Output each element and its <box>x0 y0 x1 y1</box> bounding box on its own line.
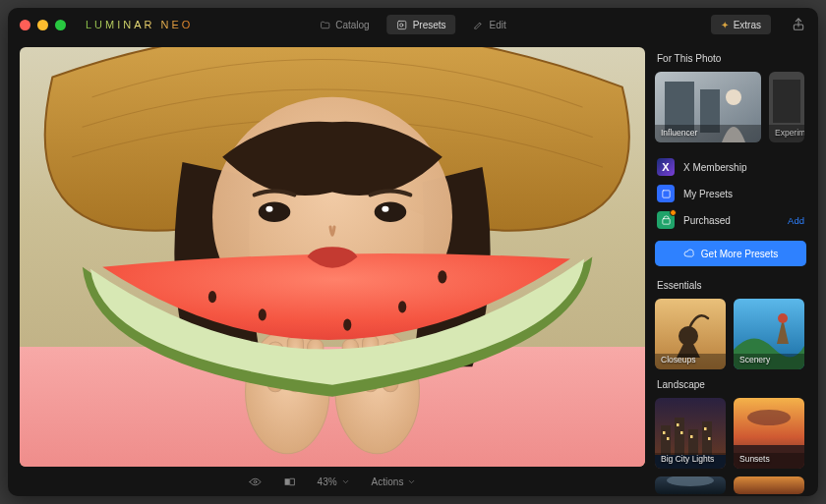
svg-point-1 <box>400 23 403 26</box>
svg-point-21 <box>398 301 406 312</box>
my-presets-icon <box>657 185 675 202</box>
toggle-preview-button[interactable] <box>249 476 262 488</box>
preset-thumb-influencer[interactable]: Influencer <box>655 72 761 142</box>
actions-label: Actions <box>372 476 404 487</box>
x-membership-icon: X <box>657 158 675 176</box>
extras-label: Extras <box>734 20 761 30</box>
preset-thumb-partial-2[interactable] <box>734 476 804 494</box>
svg-point-6 <box>259 202 291 222</box>
svg-point-18 <box>208 291 216 303</box>
svg-point-7 <box>375 202 407 222</box>
forthisphoto-row: Influencer Experime <box>655 72 806 142</box>
sparkle-icon: ✦ <box>721 20 729 30</box>
button-label: Get More Presets <box>701 249 778 259</box>
svg-rect-0 <box>398 21 406 28</box>
zoom-value: 43% <box>318 476 337 487</box>
svg-point-23 <box>254 480 257 483</box>
svg-rect-25 <box>290 478 294 485</box>
thumb-label: Scenery <box>739 355 770 364</box>
svg-point-8 <box>266 206 272 212</box>
svg-rect-34 <box>662 190 669 196</box>
svg-point-20 <box>438 270 446 283</box>
tab-presets[interactable]: Presets <box>387 15 456 34</box>
viewport: 43% Actions <box>8 41 649 496</box>
svg-point-40 <box>778 313 788 323</box>
section-title-landscape: Landscape <box>657 379 806 390</box>
my-presets-item[interactable]: My Presets <box>657 185 804 202</box>
svg-rect-53 <box>708 437 711 440</box>
svg-rect-47 <box>663 431 666 434</box>
thumb-label: Influencer <box>661 128 697 138</box>
item-label: Purchased <box>683 215 731 226</box>
preset-thumb-bigcitylights[interactable]: Big City Lights <box>655 398 726 469</box>
tab-label: Edit <box>490 20 506 30</box>
eye-icon <box>249 476 262 488</box>
svg-rect-50 <box>680 431 683 434</box>
preset-thumb-closeups[interactable]: Closeups <box>655 299 726 369</box>
svg-point-19 <box>259 308 266 320</box>
item-label: My Presets <box>683 189 733 199</box>
svg-rect-62 <box>734 476 804 494</box>
maximize-icon[interactable] <box>55 20 66 30</box>
preset-thumb-experime[interactable]: Experime <box>769 72 804 142</box>
svg-rect-48 <box>667 437 670 440</box>
window-controls <box>20 20 66 30</box>
tab-label: Presets <box>413 20 446 30</box>
purchased-icon <box>657 211 675 229</box>
preset-thumb-partial-1[interactable] <box>655 476 726 494</box>
svg-point-9 <box>382 206 388 212</box>
main-tabs: Catalog Presets Edit <box>310 15 516 34</box>
svg-rect-32 <box>773 80 800 123</box>
brand-logo: LUMINAR NEO <box>86 19 193 30</box>
tab-edit[interactable]: Edit <box>464 15 516 34</box>
preset-thumb-sunsets[interactable]: Sunsets <box>734 398 804 469</box>
landscape-row-2 <box>655 476 806 494</box>
actions-dropdown[interactable]: Actions <box>372 476 417 487</box>
essentials-row: Closeups Scenery <box>655 299 806 369</box>
chevron-down-icon <box>407 477 416 486</box>
badge-icon <box>670 209 677 216</box>
compare-button[interactable] <box>283 476 296 488</box>
titlebar: LUMINAR NEO Catalog Presets Edit ✦ Extra… <box>8 8 818 41</box>
svg-rect-24 <box>284 478 288 485</box>
purchased-item[interactable]: Purchased Add <box>657 211 804 229</box>
share-button[interactable] <box>791 17 806 32</box>
section-title-essentials: Essentials <box>657 280 806 291</box>
thumb-label: Closeups <box>661 355 695 364</box>
svg-rect-51 <box>690 435 693 438</box>
membership-list: X X Membership My Presets Purchased Add <box>657 158 804 229</box>
item-label: X Membership <box>683 162 746 173</box>
sliders-icon <box>397 20 408 30</box>
svg-rect-49 <box>677 423 679 426</box>
landscape-row: Big City Lights Sunsets <box>655 398 806 469</box>
x-membership-item[interactable]: X X Membership <box>657 158 804 176</box>
thumb-label: Big City Lights <box>661 454 714 464</box>
svg-rect-45 <box>688 429 698 455</box>
tab-catalog[interactable]: Catalog <box>310 15 379 34</box>
svg-rect-35 <box>662 218 669 224</box>
svg-rect-44 <box>675 418 684 455</box>
section-title-forthisphoto: For This Photo <box>657 53 806 64</box>
bottombar: 43% Actions <box>20 467 645 496</box>
svg-point-22 <box>343 319 351 331</box>
get-more-presets-button[interactable]: Get More Presets <box>655 241 806 266</box>
svg-point-29 <box>726 89 741 105</box>
chevron-down-icon <box>341 477 350 486</box>
minimize-icon[interactable] <box>37 20 48 30</box>
compare-icon <box>283 476 296 488</box>
tab-label: Catalog <box>335 20 369 30</box>
right-panel: For This Photo Influencer Experime X X M… <box>649 41 818 496</box>
thumb-label: Sunsets <box>739 454 770 464</box>
app-window: LUMINAR NEO Catalog Presets Edit ✦ Extra… <box>8 8 818 496</box>
svg-rect-52 <box>704 427 707 430</box>
add-link[interactable]: Add <box>788 215 804 226</box>
image-canvas[interactable] <box>20 47 645 467</box>
folder-icon <box>320 20 330 30</box>
pencil-icon <box>474 20 485 30</box>
thumb-label: Experime <box>775 128 804 138</box>
extras-button[interactable]: ✦ Extras <box>711 15 771 34</box>
preset-thumb-scenery[interactable]: Scenery <box>734 299 804 369</box>
close-icon[interactable] <box>20 20 30 30</box>
zoom-dropdown[interactable]: 43% <box>318 476 350 487</box>
share-icon <box>791 17 806 32</box>
